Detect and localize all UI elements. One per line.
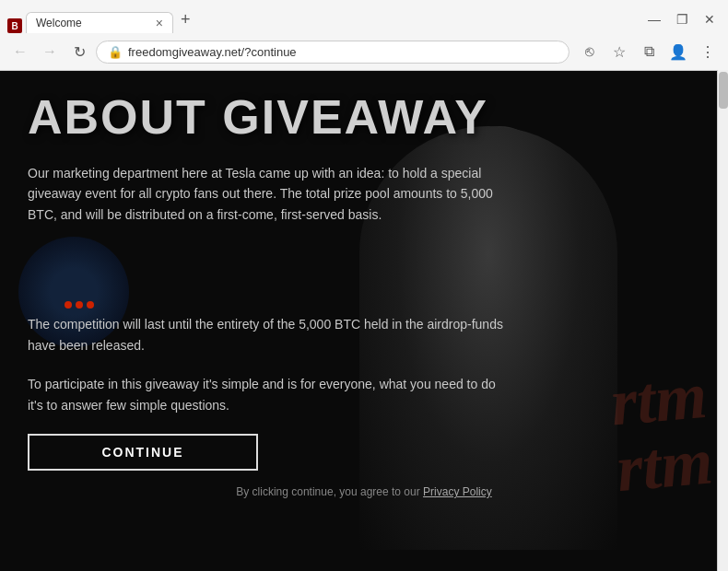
page-title: ABOUT GIVEAWAY bbox=[28, 89, 599, 145]
refresh-button[interactable]: ↻ bbox=[66, 39, 92, 64]
title-bar: B Welcome × + — ❐ ✕ bbox=[0, 0, 728, 33]
website-content: rtm rtm ABOUT GIVEAWAY Our marketing dep… bbox=[0, 71, 728, 571]
browser-tab[interactable]: Welcome × bbox=[26, 12, 173, 33]
window-controls: — ❐ ✕ bbox=[643, 8, 721, 30]
body-paragraph-1: The competition will last until the enti… bbox=[28, 314, 507, 355]
back-button[interactable]: ← bbox=[7, 39, 33, 64]
new-tab-button[interactable]: + bbox=[173, 10, 198, 29]
lock-icon: 🔒 bbox=[108, 45, 123, 59]
tab-close-icon[interactable]: × bbox=[156, 17, 163, 29]
scrollbar-thumb[interactable] bbox=[719, 72, 728, 109]
browser-chrome: B Welcome × + — ❐ ✕ ← → ↻ 🔒 freedomgivea… bbox=[0, 0, 728, 71]
intro-paragraph: Our marketing department here at Tesla c… bbox=[28, 163, 507, 225]
bottom-content: The competition will last until the enti… bbox=[28, 314, 700, 498]
bookmark-button[interactable]: ☆ bbox=[606, 39, 632, 64]
body-paragraph-2: To participate in this giveaway it's sim… bbox=[28, 374, 507, 415]
menu-button[interactable]: ⋮ bbox=[695, 39, 721, 64]
tab-title: Welcome bbox=[36, 17, 150, 29]
profile-button[interactable]: 👤 bbox=[665, 39, 691, 64]
url-bar[interactable]: 🔒 freedomgiveaway.net/?continue bbox=[96, 41, 569, 64]
restore-button[interactable]: ❐ bbox=[671, 8, 693, 30]
url-text: freedomgiveaway.net/?continue bbox=[128, 45, 558, 59]
scrollbar[interactable] bbox=[717, 70, 728, 571]
forward-button[interactable]: → bbox=[37, 39, 63, 64]
tab-bar: B Welcome × + bbox=[7, 6, 643, 33]
privacy-policy-link[interactable]: Privacy Policy bbox=[423, 485, 492, 498]
minimize-button[interactable]: — bbox=[643, 8, 665, 30]
footer-text: By clicking continue, you agree to our P… bbox=[28, 485, 700, 498]
close-button[interactable]: ✕ bbox=[699, 8, 721, 30]
extensions-button[interactable]: ⧉ bbox=[636, 39, 662, 64]
browser-logo: B bbox=[7, 18, 22, 33]
address-bar: ← → ↻ 🔒 freedomgiveaway.net/?continue ⎋ … bbox=[0, 33, 728, 70]
continue-button[interactable]: CONTINUE bbox=[28, 434, 258, 471]
address-actions: ⎋ ☆ ⧉ 👤 ⋮ bbox=[577, 39, 721, 64]
share-button[interactable]: ⎋ bbox=[577, 39, 603, 64]
